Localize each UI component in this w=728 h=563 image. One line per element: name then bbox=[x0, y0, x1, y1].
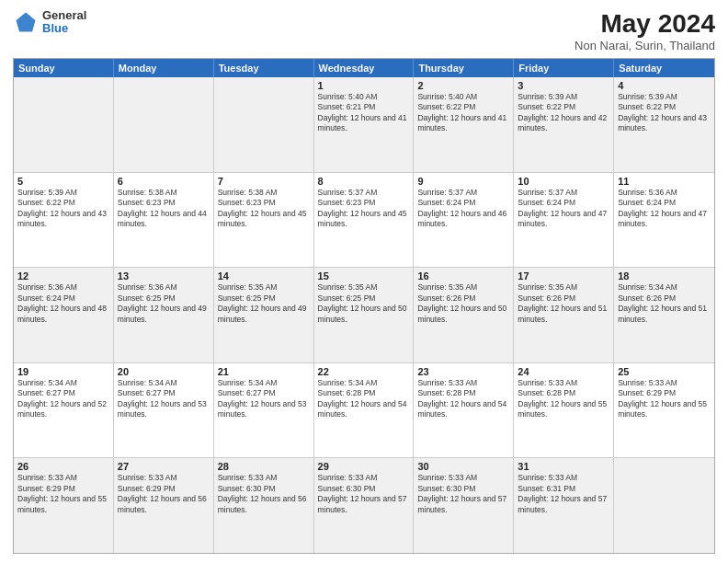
calendar-cell: 9Sunrise: 5:37 AM Sunset: 6:24 PM Daylig… bbox=[414, 173, 514, 268]
calendar-cell: 27Sunrise: 5:33 AM Sunset: 6:29 PM Dayli… bbox=[114, 458, 214, 553]
calendar-cell: 3Sunrise: 5:39 AM Sunset: 6:22 PM Daylig… bbox=[514, 77, 614, 172]
cell-info: Sunrise: 5:34 AM Sunset: 6:26 PM Dayligh… bbox=[618, 282, 711, 325]
cell-info: Sunrise: 5:40 AM Sunset: 6:22 PM Dayligh… bbox=[417, 92, 509, 134]
day-number: 15 bbox=[318, 270, 410, 282]
day-number: 10 bbox=[518, 176, 609, 187]
calendar-body: 1Sunrise: 5:40 AM Sunset: 6:21 PM Daylig… bbox=[14, 77, 714, 553]
cell-info: Sunrise: 5:33 AM Sunset: 6:29 PM Dayligh… bbox=[618, 378, 711, 420]
calendar-cell: 2Sunrise: 5:40 AM Sunset: 6:22 PM Daylig… bbox=[414, 77, 514, 172]
cell-info: Sunrise: 5:38 AM Sunset: 6:23 PM Dayligh… bbox=[118, 188, 210, 230]
day-number: 24 bbox=[518, 366, 609, 377]
calendar-cell: 21Sunrise: 5:34 AM Sunset: 6:27 PM Dayli… bbox=[214, 363, 314, 458]
title-block: May 2024 Non Narai, Surin, Thailand bbox=[574, 9, 715, 52]
cell-info: Sunrise: 5:34 AM Sunset: 6:27 PM Dayligh… bbox=[17, 378, 109, 420]
day-number: 20 bbox=[118, 366, 210, 377]
day-number: 6 bbox=[118, 176, 210, 187]
calendar-cell: 23Sunrise: 5:33 AM Sunset: 6:28 PM Dayli… bbox=[414, 363, 514, 458]
calendar-cell: 18Sunrise: 5:34 AM Sunset: 6:26 PM Dayli… bbox=[614, 268, 714, 362]
calendar-cell: 12Sunrise: 5:36 AM Sunset: 6:24 PM Dayli… bbox=[14, 268, 114, 362]
day-number: 23 bbox=[417, 366, 509, 377]
day-number: 22 bbox=[318, 366, 410, 377]
day-number: 1 bbox=[318, 80, 410, 91]
calendar-row-1: 5Sunrise: 5:39 AM Sunset: 6:22 PM Daylig… bbox=[14, 173, 714, 269]
calendar-cell: 1Sunrise: 5:40 AM Sunset: 6:21 PM Daylig… bbox=[314, 77, 415, 172]
calendar-cell: 22Sunrise: 5:34 AM Sunset: 6:28 PM Dayli… bbox=[314, 363, 415, 458]
cell-info: Sunrise: 5:35 AM Sunset: 6:25 PM Dayligh… bbox=[318, 282, 410, 325]
day-number: 29 bbox=[318, 461, 410, 472]
calendar-cell: 7Sunrise: 5:38 AM Sunset: 6:23 PM Daylig… bbox=[214, 173, 314, 268]
cell-info: Sunrise: 5:33 AM Sunset: 6:30 PM Dayligh… bbox=[417, 473, 509, 515]
calendar-cell: 28Sunrise: 5:33 AM Sunset: 6:30 PM Dayli… bbox=[214, 458, 314, 553]
logo-text: General Blue bbox=[42, 9, 86, 36]
calendar-cell: 5Sunrise: 5:39 AM Sunset: 6:22 PM Daylig… bbox=[14, 173, 114, 268]
cell-info: Sunrise: 5:35 AM Sunset: 6:25 PM Dayligh… bbox=[218, 282, 310, 325]
day-number: 26 bbox=[17, 461, 109, 472]
calendar-cell: 4Sunrise: 5:39 AM Sunset: 6:22 PM Daylig… bbox=[614, 77, 714, 172]
cell-info: Sunrise: 5:36 AM Sunset: 6:25 PM Dayligh… bbox=[118, 282, 210, 325]
header: General Blue May 2024 Non Narai, Surin, … bbox=[13, 9, 715, 52]
svg-marker-0 bbox=[17, 13, 36, 32]
calendar-cell bbox=[114, 77, 214, 172]
calendar-cell: 19Sunrise: 5:34 AM Sunset: 6:27 PM Dayli… bbox=[14, 363, 114, 458]
day-number: 7 bbox=[218, 176, 310, 187]
calendar-cell: 13Sunrise: 5:36 AM Sunset: 6:25 PM Dayli… bbox=[114, 268, 214, 362]
calendar-cell: 14Sunrise: 5:35 AM Sunset: 6:25 PM Dayli… bbox=[214, 268, 314, 362]
weekday-header-friday: Friday bbox=[514, 59, 614, 77]
day-number: 21 bbox=[218, 366, 310, 377]
cell-info: Sunrise: 5:38 AM Sunset: 6:23 PM Dayligh… bbox=[218, 188, 310, 230]
cell-info: Sunrise: 5:35 AM Sunset: 6:26 PM Dayligh… bbox=[417, 282, 509, 325]
cell-info: Sunrise: 5:35 AM Sunset: 6:26 PM Dayligh… bbox=[518, 282, 609, 325]
cell-info: Sunrise: 5:33 AM Sunset: 6:28 PM Dayligh… bbox=[518, 378, 609, 420]
calendar-row-3: 19Sunrise: 5:34 AM Sunset: 6:27 PM Dayli… bbox=[14, 363, 714, 459]
calendar-cell: 29Sunrise: 5:33 AM Sunset: 6:30 PM Dayli… bbox=[314, 458, 415, 553]
calendar-cell: 24Sunrise: 5:33 AM Sunset: 6:28 PM Dayli… bbox=[514, 363, 614, 458]
calendar-cell: 6Sunrise: 5:38 AM Sunset: 6:23 PM Daylig… bbox=[114, 173, 214, 268]
day-number: 18 bbox=[618, 270, 711, 282]
day-number: 2 bbox=[417, 80, 509, 91]
logo-general-label: General bbox=[42, 9, 86, 22]
cell-info: Sunrise: 5:33 AM Sunset: 6:31 PM Dayligh… bbox=[518, 473, 609, 515]
day-number: 13 bbox=[118, 270, 210, 282]
day-number: 11 bbox=[618, 176, 711, 187]
calendar-cell: 26Sunrise: 5:33 AM Sunset: 6:29 PM Dayli… bbox=[14, 458, 114, 553]
sub-title: Non Narai, Surin, Thailand bbox=[574, 39, 715, 52]
logo-blue-label: Blue bbox=[42, 22, 86, 35]
day-number: 12 bbox=[17, 270, 109, 282]
logo: General Blue bbox=[13, 9, 86, 36]
weekday-header-thursday: Thursday bbox=[414, 59, 514, 77]
calendar-cell bbox=[214, 77, 314, 172]
day-number: 4 bbox=[618, 80, 711, 91]
calendar: SundayMondayTuesdayWednesdayThursdayFrid… bbox=[13, 58, 715, 554]
calendar-cell bbox=[614, 458, 714, 553]
weekday-header-saturday: Saturday bbox=[614, 59, 714, 77]
cell-info: Sunrise: 5:33 AM Sunset: 6:29 PM Dayligh… bbox=[17, 473, 109, 515]
day-number: 16 bbox=[417, 270, 509, 282]
cell-info: Sunrise: 5:39 AM Sunset: 6:22 PM Dayligh… bbox=[17, 188, 109, 230]
day-number: 27 bbox=[118, 461, 210, 472]
cell-info: Sunrise: 5:33 AM Sunset: 6:28 PM Dayligh… bbox=[417, 378, 509, 420]
main-title: May 2024 bbox=[574, 9, 715, 39]
cell-info: Sunrise: 5:37 AM Sunset: 6:23 PM Dayligh… bbox=[318, 188, 410, 230]
day-number: 31 bbox=[518, 461, 609, 472]
cell-info: Sunrise: 5:40 AM Sunset: 6:21 PM Dayligh… bbox=[318, 92, 410, 134]
page: General Blue May 2024 Non Narai, Surin, … bbox=[0, 0, 728, 563]
day-number: 8 bbox=[318, 176, 410, 187]
cell-info: Sunrise: 5:36 AM Sunset: 6:24 PM Dayligh… bbox=[618, 188, 711, 230]
calendar-cell: 8Sunrise: 5:37 AM Sunset: 6:23 PM Daylig… bbox=[314, 173, 415, 268]
calendar-cell: 17Sunrise: 5:35 AM Sunset: 6:26 PM Dayli… bbox=[514, 268, 614, 362]
day-number: 9 bbox=[417, 176, 509, 187]
cell-info: Sunrise: 5:36 AM Sunset: 6:24 PM Dayligh… bbox=[17, 282, 109, 325]
cell-info: Sunrise: 5:37 AM Sunset: 6:24 PM Dayligh… bbox=[518, 188, 609, 230]
cell-info: Sunrise: 5:34 AM Sunset: 6:28 PM Dayligh… bbox=[318, 378, 410, 420]
weekday-header-monday: Monday bbox=[114, 59, 214, 77]
cell-info: Sunrise: 5:33 AM Sunset: 6:29 PM Dayligh… bbox=[118, 473, 210, 515]
weekday-header-wednesday: Wednesday bbox=[314, 59, 415, 77]
calendar-cell: 20Sunrise: 5:34 AM Sunset: 6:27 PM Dayli… bbox=[114, 363, 214, 458]
calendar-row-2: 12Sunrise: 5:36 AM Sunset: 6:24 PM Dayli… bbox=[14, 268, 714, 363]
calendar-cell: 16Sunrise: 5:35 AM Sunset: 6:26 PM Dayli… bbox=[414, 268, 514, 362]
cell-info: Sunrise: 5:33 AM Sunset: 6:30 PM Dayligh… bbox=[218, 473, 310, 515]
calendar-cell: 11Sunrise: 5:36 AM Sunset: 6:24 PM Dayli… bbox=[614, 173, 714, 268]
day-number: 5 bbox=[17, 176, 109, 187]
day-number: 30 bbox=[417, 461, 509, 472]
day-number: 14 bbox=[218, 270, 310, 282]
